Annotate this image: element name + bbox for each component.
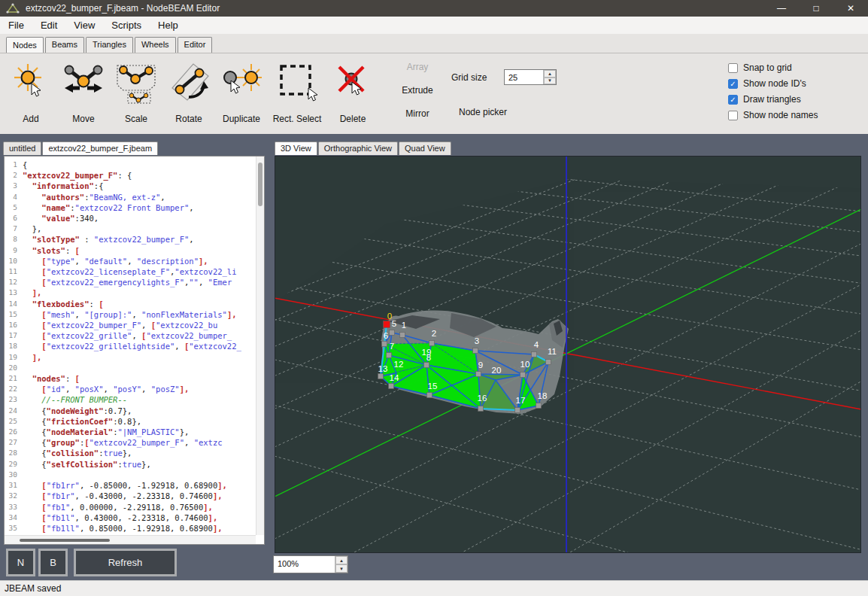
node-8[interactable] [424, 363, 429, 368]
line-number: 31 [5, 480, 23, 491]
node-5[interactable] [390, 330, 395, 336]
checkbox-show-node-names[interactable] [728, 111, 738, 120]
menu-item-help[interactable]: Help [150, 17, 187, 33]
view-tab-quad-view[interactable]: Quad View [399, 141, 451, 155]
line-number: 9 [5, 245, 23, 256]
node-11[interactable] [546, 360, 551, 365]
svg-text:9: 9 [478, 360, 483, 369]
refresh-button[interactable]: Refresh [74, 549, 177, 576]
line-number: 34 [5, 512, 23, 523]
content-area: untitledextzcov22_bumper_F.jbeam 1{2"ext… [0, 134, 868, 580]
node-2[interactable] [429, 341, 435, 346]
rotate-button[interactable]: Rotate [162, 58, 215, 124]
jbeam-code-editor[interactable]: 1{2"extzcov22_bumper_F": {3 "information… [4, 156, 265, 545]
node-4[interactable] [532, 352, 537, 357]
tab-editor[interactable]: Editor [178, 37, 213, 53]
view-tabs: 3D ViewOrthographic ViewQuad View [275, 141, 452, 155]
code-area[interactable]: 1{2"extzcov22_bumper_F": {3 "information… [5, 157, 256, 535]
app-window: extzcov22_bumper_F.jbeam - NodeBEAM Edit… [0, 0, 868, 596]
code-line: 2"extzcov22_bumper_F": { [5, 170, 256, 181]
duplicate-button[interactable]: Duplicate [215, 58, 268, 124]
node-18[interactable] [536, 403, 542, 409]
line-number: 22 [5, 384, 23, 394]
checkbox-show-node-id-s[interactable]: ✓ [728, 79, 738, 89]
checkbox-row: Show node names [728, 110, 818, 120]
delete-button[interactable]: Delete [326, 58, 379, 124]
menu-item-scripts[interactable]: Scripts [103, 17, 150, 33]
line-number: 23 [5, 394, 23, 405]
rect-select-button[interactable]: Rect. Select [268, 58, 326, 124]
tab-triangles[interactable]: Triangles [86, 37, 133, 53]
svg-text:13: 13 [378, 364, 388, 373]
code-line: 18 ["extzcov22_grillelightside", ["extzc… [5, 341, 256, 351]
line-number: 3 [5, 181, 23, 191]
spin-down-icon[interactable]: ▼ [544, 78, 556, 85]
3d-viewport[interactable]: 05167234111981213149201015161718 [275, 156, 861, 553]
code-line: 17 ["extzcov22_grille", ["extzcov22_bump… [5, 330, 256, 341]
svg-text:11: 11 [548, 347, 557, 356]
delete-icon [332, 62, 374, 105]
minimize-icon[interactable]: — [764, 0, 799, 17]
scrollbar-thumb[interactable] [20, 539, 110, 542]
b-button[interactable]: B [38, 549, 68, 576]
node-17[interactable] [515, 408, 520, 413]
tool-label: Add [23, 114, 38, 124]
code-line: 6 "value":340, [5, 213, 256, 224]
node-0[interactable] [384, 321, 390, 328]
menu-item-view[interactable]: View [65, 17, 103, 33]
node-9[interactable] [476, 372, 481, 377]
tab-wheels[interactable]: Wheels [135, 37, 176, 53]
view-tab-3d-view[interactable]: 3D View [275, 141, 317, 155]
node-10[interactable] [520, 372, 526, 378]
node-1[interactable] [400, 333, 405, 338]
grid-size-spinner[interactable]: 25 ▲ ▼ [504, 69, 557, 85]
maximize-icon[interactable]: □ [799, 0, 833, 17]
node-16[interactable] [478, 406, 484, 412]
spin-up-icon[interactable]: ▲ [544, 70, 556, 78]
code-line: 29 {"selfCollision":true}, [5, 459, 256, 470]
zoom-spinner[interactable]: 100% ▲ ▼ [273, 555, 348, 573]
tab-nodes[interactable]: Nodes [6, 37, 44, 53]
code-line: 20 [5, 363, 256, 373]
node-3[interactable] [473, 348, 478, 354]
tab-beams[interactable]: Beams [45, 37, 84, 53]
mirror-button[interactable]: Mirror [405, 108, 429, 119]
n-button[interactable]: N [6, 549, 35, 576]
node-picker-label[interactable]: Node picker [459, 107, 507, 117]
app-icon [6, 3, 20, 14]
horizontal-scrollbar[interactable] [5, 535, 256, 544]
vertical-scrollbar[interactable] [256, 157, 264, 535]
menu-item-edit[interactable]: Edit [32, 17, 65, 33]
checkbox-snap-to-grid[interactable] [728, 63, 738, 73]
code-line: 3 "information":{ [5, 181, 256, 191]
code-line: 8 "slotType" : "extzcov22_bumper_F", [5, 234, 256, 245]
node-13[interactable] [378, 374, 384, 379]
move-node-button[interactable]: Move [57, 58, 110, 124]
node-14[interactable] [389, 384, 394, 389]
menubar: FileEditViewScriptsHelp [0, 17, 868, 34]
close-icon[interactable]: ✕ [833, 0, 868, 17]
line-number: 29 [5, 459, 23, 470]
node-15[interactable] [427, 393, 432, 398]
code-line: 28 {"collision":true}, [5, 448, 256, 458]
doc-tab[interactable]: extzcov22_bumper_F.jbeam [42, 141, 158, 155]
doc-tab[interactable]: untitled [3, 141, 41, 155]
node-6[interactable] [382, 342, 387, 347]
viewport-canvas[interactable]: 05167234111981213149201015161718 [275, 157, 860, 552]
checkbox-label: Show node names [743, 110, 818, 120]
move-node-icon [62, 62, 105, 105]
checkbox-draw-triangles[interactable]: ✓ [728, 95, 738, 105]
menu-item-file[interactable]: File [0, 17, 32, 33]
node-7[interactable] [387, 353, 392, 358]
scale-button[interactable]: Scale [110, 58, 162, 124]
extrude-button[interactable]: Extrude [402, 85, 432, 96]
tool-label: Duplicate [223, 114, 260, 124]
scale-icon [115, 62, 157, 105]
svg-text:6: 6 [384, 331, 388, 340]
spin-up-icon[interactable]: ▲ [335, 556, 348, 564]
scrollbar-thumb[interactable] [258, 163, 263, 206]
spin-down-icon[interactable]: ▼ [335, 564, 348, 573]
line-number: 6 [5, 213, 23, 224]
add-node-button[interactable]: Add [5, 58, 57, 124]
view-tab-orthographic-view[interactable]: Orthographic View [318, 141, 398, 155]
